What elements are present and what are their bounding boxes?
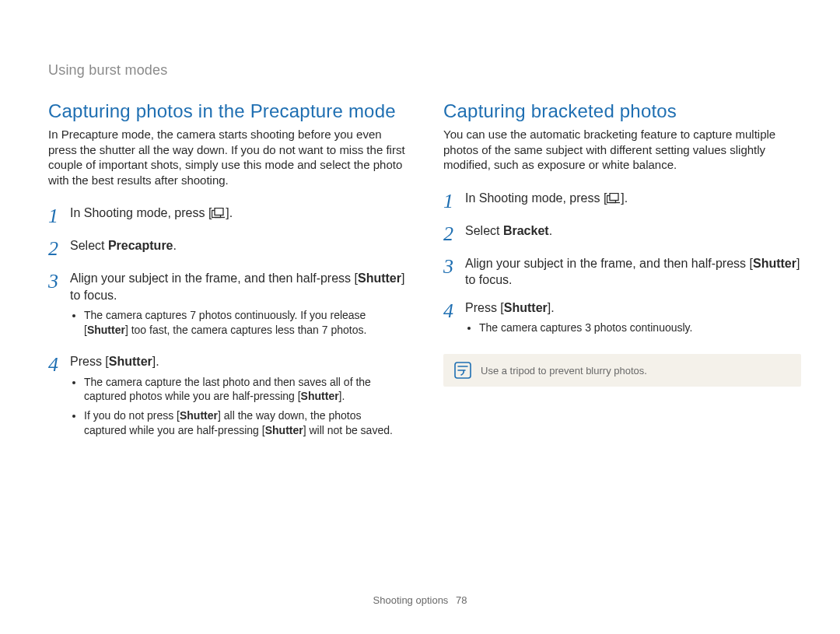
left-column: Capturing photos in the Precapture mode … (48, 100, 406, 454)
page-footer: Shooting options 78 (0, 594, 840, 606)
step-body: Align your subject in the frame, and the… (70, 270, 406, 342)
step-number: 1 (48, 205, 70, 226)
manual-page: Using burst modes Capturing photos in th… (0, 0, 840, 634)
step-number: 2 (48, 237, 70, 259)
step-sub-bullets: The camera captures 3 photos continuousl… (465, 321, 801, 335)
note-box: Use a tripod to prevent blurry photos. (443, 354, 801, 387)
bullet-bold: Shutter (301, 390, 339, 402)
step-bold: Shutter (358, 271, 401, 285)
step-bold: Shutter (109, 355, 152, 368)
burst-mode-icon (212, 208, 226, 219)
burst-mode-icon (607, 193, 621, 204)
right-intro: You can use the automatic bracketing fea… (443, 127, 801, 173)
step-body: Press [Shutter]. The camera captures 3 p… (465, 299, 801, 340)
left-step-1: 1 In Shooting mode, press []. (48, 205, 406, 226)
step-number: 2 (443, 222, 465, 244)
svg-rect-1 (215, 208, 223, 215)
right-step-1: 1 In Shooting mode, press []. (443, 190, 801, 212)
bullet-text: ]. (339, 390, 345, 402)
step-bold: Bracket (503, 224, 549, 237)
step-text: Align your subject in the frame, and the… (465, 257, 753, 270)
step-body: In Shooting mode, press []. (465, 190, 801, 212)
bullet: The camera capture the last photo and th… (84, 375, 406, 405)
step-body: Select Bracket. (465, 222, 801, 244)
left-step-4: 4 Press [Shutter]. The camera capture th… (48, 353, 406, 443)
step-text: ]. (152, 355, 159, 368)
bullet-bold: Shutter (180, 409, 218, 422)
left-step-2: 2 Select Precapture. (48, 237, 406, 259)
right-step-4: 4 Press [Shutter]. The camera captures 3… (443, 299, 801, 340)
step-number: 3 (48, 270, 70, 342)
step-text: Align your subject in the frame, and the… (70, 271, 358, 285)
right-step-2: 2 Select Bracket. (443, 222, 801, 244)
left-intro: In Precapture mode, the camera starts sh… (48, 127, 406, 187)
step-text: In Shooting mode, press [ (465, 191, 607, 205)
step-text: Press [ (465, 301, 504, 314)
bullet: The camera captures 3 photos continuousl… (479, 321, 801, 335)
step-text: ]. (226, 206, 233, 219)
bullet: If you do not press [Shutter] all the wa… (84, 408, 406, 438)
footer-section: Shooting options (373, 594, 449, 606)
step-body: Select Precapture. (70, 237, 406, 259)
right-step-3: 3 Align your subject in the frame, and t… (443, 255, 801, 289)
breadcrumb: Using burst modes (48, 62, 801, 79)
step-body: Align your subject in the frame, and the… (465, 255, 801, 289)
bullet-bold: Shutter (265, 424, 303, 436)
step-text: ]. (548, 301, 555, 314)
step-text: . (173, 239, 177, 252)
step-number: 4 (443, 299, 465, 340)
left-title: Capturing photos in the Precapture mode (48, 100, 406, 122)
step-bold: Shutter (504, 301, 548, 314)
step-bold: Shutter (753, 257, 796, 270)
right-title: Capturing bracketed photos (443, 100, 801, 122)
left-step-3: 3 Align your subject in the frame, and t… (48, 270, 406, 342)
step-text: In Shooting mode, press [ (70, 206, 212, 219)
svg-rect-4 (610, 193, 618, 200)
step-bold: Precapture (108, 239, 173, 252)
step-number: 1 (443, 190, 465, 212)
bullet: The camera captures 7 photos continuousl… (84, 308, 406, 338)
step-body: In Shooting mode, press []. (70, 205, 406, 226)
bullet-text: If you do not press [ (84, 409, 180, 422)
step-sub-bullets: The camera capture the last photo and th… (70, 375, 406, 439)
bullet-bold: Shutter (87, 324, 125, 336)
step-body: Press [Shutter]. The camera capture the … (70, 353, 406, 443)
step-text: Press [ (70, 355, 109, 368)
step-text: . (549, 224, 552, 237)
footer-page-number: 78 (456, 594, 467, 606)
step-number: 4 (48, 353, 70, 443)
bullet-text: ] too fast, the camera captures less tha… (125, 324, 367, 336)
step-text: Select (465, 224, 503, 237)
step-number: 3 (443, 255, 465, 289)
note-icon (454, 362, 471, 379)
bullet-text: ] will not be saved. (303, 424, 393, 436)
step-text: Select (70, 239, 108, 252)
content-columns: Capturing photos in the Precapture mode … (48, 100, 801, 454)
step-sub-bullets: The camera captures 7 photos continuousl… (70, 308, 406, 338)
note-text: Use a tripod to prevent blurry photos. (481, 365, 647, 377)
step-text: ]. (621, 191, 628, 205)
right-column: Capturing bracketed photos You can use t… (443, 100, 801, 454)
